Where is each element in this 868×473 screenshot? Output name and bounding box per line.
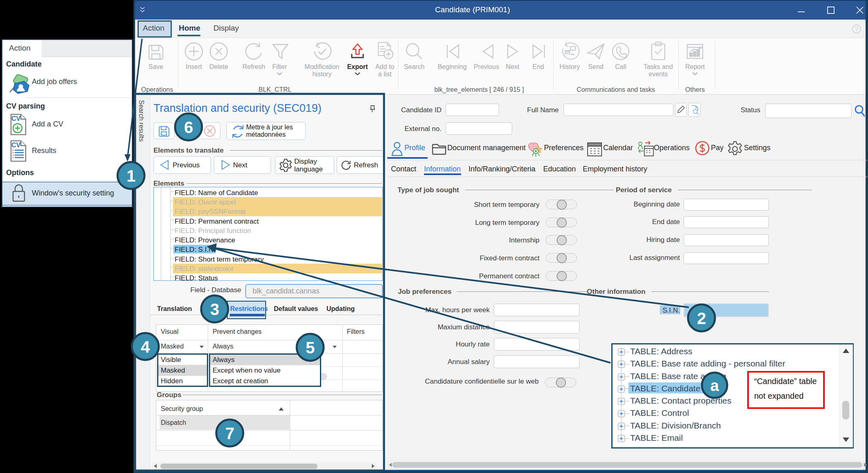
svg-text:CV: CV [11,142,21,149]
svg-text:?: ? [855,26,858,33]
svg-text:CV: CV [11,115,21,122]
